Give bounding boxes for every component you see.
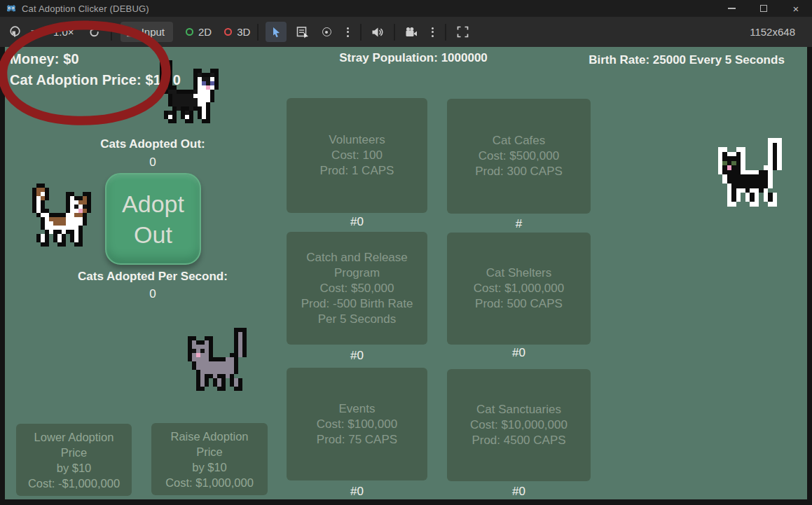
embed-pin-button[interactable] [6, 23, 24, 41]
2d-mode-icon [186, 28, 193, 36]
cats-adopted-out-value: 0 [48, 155, 258, 170]
black-cat-sprite [713, 138, 786, 207]
cursor-icon [271, 27, 282, 38]
calico-cat-sprite [28, 184, 95, 247]
gray-cat-sprite [184, 328, 251, 391]
upgrade-cat-cafes-button[interactable]: Cat Cafes Cost: $500,000 Prod: 300 CAPS [447, 99, 591, 214]
upgrade-catch-release-count: #0 [287, 349, 427, 363]
upgrade-cat-sanctuaries-button[interactable]: Cat Sanctuaries Cost: $10,000,000 Prod: … [447, 369, 591, 481]
maximize-icon [760, 5, 767, 12]
chevron-down-icon[interactable] [31, 30, 36, 34]
3d-mode-icon [224, 28, 232, 36]
cats-adopted-out-label: Cats Adopted Out: [48, 137, 258, 151]
money-label: Money: $0 [10, 51, 79, 67]
selection-options-button[interactable] [343, 27, 353, 37]
viewport-resolution: 1152x648 [750, 17, 795, 47]
select-mode-button[interactable] [266, 22, 287, 42]
joystick-icon [126, 27, 137, 38]
mode-3d-button[interactable]: 3D [224, 26, 250, 38]
reset-speed-button[interactable] [85, 23, 104, 41]
lower-adoption-price-button[interactable]: Lower Adoption Price by $10 Cost: -$1,00… [16, 424, 132, 496]
raise-adoption-price-button[interactable]: Raise Adoption Price by $10 Cost: $1,000… [151, 423, 268, 495]
cats-adopted-per-second-value: 0 [27, 287, 279, 301]
focus-target-button[interactable] [317, 23, 336, 41]
maximize-button[interactable] [748, 0, 780, 17]
camera-icon [405, 27, 418, 38]
toolbar-divider [360, 24, 362, 41]
embed-pin-icon [8, 25, 22, 39]
godot-icon [6, 3, 17, 14]
select-list-button[interactable] [294, 23, 312, 41]
camera-override-button[interactable] [402, 23, 420, 41]
minimize-button[interactable] [715, 0, 748, 17]
toolbar-divider [394, 24, 395, 41]
upgrade-catch-release-button[interactable]: Catch and Release Program Cost: $50,000 … [287, 232, 427, 345]
speaker-icon [371, 27, 384, 38]
upgrade-volunteers-count: #0 [287, 215, 427, 229]
upgrade-events-count: #0 [287, 485, 427, 499]
input-mode-button[interactable]: Input [121, 22, 173, 42]
input-mode-label: Input [142, 26, 165, 38]
stray-population-label: Stray Population: 1000000 [301, 51, 525, 65]
mode-2d-button[interactable]: 2D [186, 26, 212, 38]
fullscreen-button[interactable] [453, 23, 472, 41]
playback-speed[interactable]: 1.0× [53, 26, 74, 38]
app-window: Cat Adoption Clicker (DEBUG) × 1.0× [0, 0, 812, 505]
toolbar-divider [111, 24, 112, 41]
close-icon: × [793, 4, 799, 14]
title-bar: Cat Adoption Clicker (DEBUG) × [0, 0, 812, 17]
upgrade-cat-cafes-count: # [447, 217, 591, 231]
target-icon [322, 27, 331, 36]
select-list-icon [296, 26, 309, 39]
upgrade-cat-sanctuaries-count: #0 [447, 485, 591, 499]
mute-audio-button[interactable] [369, 23, 387, 41]
upgrade-cat-shelters-button[interactable]: Cat Shelters Cost: $1,000,000 Prod: 500 … [447, 233, 591, 345]
game-toolbar: 1.0× Input 2D 3D [0, 17, 812, 47]
upgrade-cat-shelters-count: #0 [447, 346, 591, 360]
2d-mode-label: 2D [198, 26, 212, 38]
expand-icon [457, 26, 469, 38]
tuxedo-cat-sprite [156, 60, 223, 123]
camera-options-button[interactable] [427, 27, 438, 37]
birth-rate-label: Birth Rate: 25000 Every 5 Seconds [574, 53, 799, 67]
reset-icon [88, 26, 101, 39]
toolbar-divider [257, 24, 259, 41]
window-title: Cat Adoption Clicker (DEBUG) [22, 4, 149, 14]
cats-adopted-per-second-label: Cats Adopted Per Second: [27, 270, 279, 284]
upgrade-events-button[interactable]: Events Cost: $100,000 Prod: 75 CAPS [287, 368, 427, 480]
toolbar-divider [445, 24, 446, 41]
minimize-icon [728, 8, 736, 9]
upgrade-volunteers-button[interactable]: Volunteers Cost: 100 Prod: 1 CAPS [287, 98, 427, 213]
3d-mode-label: 3D [237, 26, 250, 38]
adopt-out-button[interactable]: Adopt Out [105, 173, 201, 265]
close-button[interactable]: × [780, 0, 812, 17]
